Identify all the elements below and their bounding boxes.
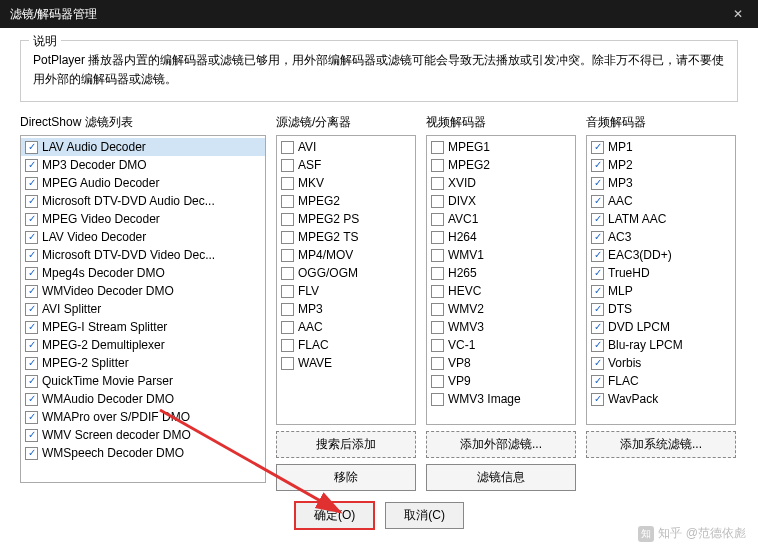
list-item[interactable]: EAC3(DD+) — [587, 246, 735, 264]
checkbox-icon[interactable] — [431, 231, 444, 244]
list-item[interactable]: OGG/OGM — [277, 264, 415, 282]
checkbox-icon[interactable] — [281, 213, 294, 226]
cancel-button[interactable]: 取消(C) — [385, 502, 464, 529]
close-icon[interactable]: ✕ — [728, 4, 748, 24]
checkbox-icon[interactable] — [25, 159, 38, 172]
list-item[interactable]: XVID — [427, 174, 575, 192]
list-item[interactable]: FLAC — [587, 372, 735, 390]
checkbox-icon[interactable] — [431, 141, 444, 154]
checkbox-icon[interactable] — [431, 177, 444, 190]
checkbox-icon[interactable] — [281, 303, 294, 316]
checkbox-icon[interactable] — [25, 375, 38, 388]
list-item[interactable]: H264 — [427, 228, 575, 246]
checkbox-icon[interactable] — [431, 249, 444, 262]
checkbox-icon[interactable] — [591, 249, 604, 262]
list-item[interactable]: WMVideo Decoder DMO — [21, 282, 265, 300]
list-item[interactable]: MPEG2 PS — [277, 210, 415, 228]
list-item[interactable]: MP3 — [587, 174, 735, 192]
checkbox-icon[interactable] — [431, 375, 444, 388]
list-item[interactable]: WMV3 — [427, 318, 575, 336]
list-item[interactable]: VP8 — [427, 354, 575, 372]
list-directshow[interactable]: LAV Audio DecoderMP3 Decoder DMOMPEG Aud… — [20, 135, 266, 483]
list-item[interactable]: LAV Video Decoder — [21, 228, 265, 246]
list-item[interactable]: WAVE — [277, 354, 415, 372]
list-item[interactable]: MPEG2 — [277, 192, 415, 210]
checkbox-icon[interactable] — [25, 285, 38, 298]
checkbox-icon[interactable] — [281, 249, 294, 262]
checkbox-icon[interactable] — [591, 195, 604, 208]
checkbox-icon[interactable] — [25, 393, 38, 406]
list-item[interactable]: DIVX — [427, 192, 575, 210]
checkbox-icon[interactable] — [431, 159, 444, 172]
checkbox-icon[interactable] — [25, 195, 38, 208]
checkbox-icon[interactable] — [591, 321, 604, 334]
checkbox-icon[interactable] — [431, 321, 444, 334]
list-item[interactable]: Mpeg4s Decoder DMO — [21, 264, 265, 282]
list-item[interactable]: MPEG2 TS — [277, 228, 415, 246]
checkbox-icon[interactable] — [25, 177, 38, 190]
checkbox-icon[interactable] — [591, 177, 604, 190]
checkbox-icon[interactable] — [591, 141, 604, 154]
list-item[interactable]: Microsoft DTV-DVD Audio Dec... — [21, 192, 265, 210]
checkbox-icon[interactable] — [591, 375, 604, 388]
list-item[interactable]: ASF — [277, 156, 415, 174]
checkbox-icon[interactable] — [591, 285, 604, 298]
list-item[interactable]: Blu-ray LPCM — [587, 336, 735, 354]
list-item[interactable]: Microsoft DTV-DVD Video Dec... — [21, 246, 265, 264]
checkbox-icon[interactable] — [281, 195, 294, 208]
list-item[interactable]: TrueHD — [587, 264, 735, 282]
list-item[interactable]: MPEG-2 Splitter — [21, 354, 265, 372]
list-item[interactable]: QuickTime Movie Parser — [21, 372, 265, 390]
list-item[interactable]: MPEG1 — [427, 138, 575, 156]
checkbox-icon[interactable] — [591, 159, 604, 172]
checkbox-icon[interactable] — [25, 411, 38, 424]
list-item[interactable]: MPEG Video Decoder — [21, 210, 265, 228]
list-item[interactable]: FLV — [277, 282, 415, 300]
list-item[interactable]: MKV — [277, 174, 415, 192]
list-item[interactable]: Vorbis — [587, 354, 735, 372]
checkbox-icon[interactable] — [281, 357, 294, 370]
checkbox-icon[interactable] — [591, 267, 604, 280]
search-add-button[interactable]: 搜索后添加 — [276, 431, 416, 458]
list-item[interactable]: MPEG Audio Decoder — [21, 174, 265, 192]
ok-button[interactable]: 确定(O) — [294, 501, 375, 530]
list-item[interactable]: WMSpeech Decoder DMO — [21, 444, 265, 462]
checkbox-icon[interactable] — [431, 195, 444, 208]
checkbox-icon[interactable] — [281, 267, 294, 280]
list-item[interactable]: AC3 — [587, 228, 735, 246]
checkbox-icon[interactable] — [25, 339, 38, 352]
list-audio[interactable]: MP1MP2MP3AACLATM AACAC3EAC3(DD+)TrueHDML… — [586, 135, 736, 425]
list-item[interactable]: MP3 Decoder DMO — [21, 156, 265, 174]
list-item[interactable]: AAC — [277, 318, 415, 336]
checkbox-icon[interactable] — [591, 303, 604, 316]
checkbox-icon[interactable] — [281, 159, 294, 172]
checkbox-icon[interactable] — [25, 303, 38, 316]
list-item[interactable]: MLP — [587, 282, 735, 300]
list-item[interactable]: MP4/MOV — [277, 246, 415, 264]
list-item[interactable]: AVC1 — [427, 210, 575, 228]
list-item[interactable]: MPEG-2 Demultiplexer — [21, 336, 265, 354]
list-item[interactable]: WMV Screen decoder DMO — [21, 426, 265, 444]
list-item[interactable]: H265 — [427, 264, 575, 282]
checkbox-icon[interactable] — [591, 339, 604, 352]
list-item[interactable]: WavPack — [587, 390, 735, 408]
remove-button[interactable]: 移除 — [276, 464, 416, 491]
checkbox-icon[interactable] — [25, 213, 38, 226]
list-source[interactable]: AVIASFMKVMPEG2MPEG2 PSMPEG2 TSMP4/MOVOGG… — [276, 135, 416, 425]
checkbox-icon[interactable] — [591, 393, 604, 406]
list-item[interactable]: HEVC — [427, 282, 575, 300]
checkbox-icon[interactable] — [25, 447, 38, 460]
list-item[interactable]: MPEG2 — [427, 156, 575, 174]
list-item[interactable]: FLAC — [277, 336, 415, 354]
list-item[interactable]: LAV Audio Decoder — [21, 138, 265, 156]
checkbox-icon[interactable] — [25, 249, 38, 262]
checkbox-icon[interactable] — [281, 321, 294, 334]
list-item[interactable]: WMAudio Decoder DMO — [21, 390, 265, 408]
list-item[interactable]: AVI Splitter — [21, 300, 265, 318]
checkbox-icon[interactable] — [431, 303, 444, 316]
checkbox-icon[interactable] — [25, 231, 38, 244]
list-item[interactable]: MPEG-I Stream Splitter — [21, 318, 265, 336]
list-item[interactable]: MP2 — [587, 156, 735, 174]
list-item[interactable]: LATM AAC — [587, 210, 735, 228]
checkbox-icon[interactable] — [431, 285, 444, 298]
